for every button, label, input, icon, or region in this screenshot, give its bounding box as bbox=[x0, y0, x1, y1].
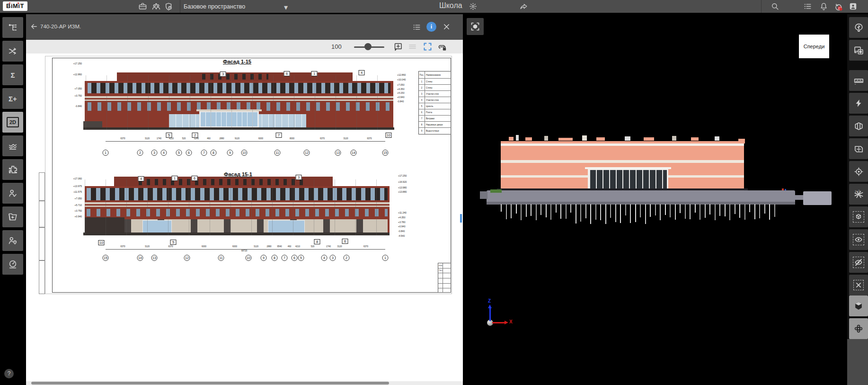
elevation-label: +3.750 bbox=[64, 209, 82, 212]
axis-bubble: 9 bbox=[227, 150, 233, 156]
pile bbox=[660, 204, 661, 220]
bimit-logo[interactable]: BiMiT bbox=[3, 1, 27, 11]
info-icon[interactable]: i bbox=[426, 22, 436, 32]
right-sidebar-environment[interactable] bbox=[849, 17, 868, 38]
left-sidebar-plugins[interactable] bbox=[2, 159, 23, 180]
horizontal-scrollbar[interactable] bbox=[26, 381, 463, 385]
callout-marker: 10 bbox=[386, 133, 392, 138]
elevation-label: +7.050 bbox=[64, 197, 82, 200]
right-sidebar-measure[interactable] bbox=[849, 70, 868, 91]
bell-icon[interactable] bbox=[819, 2, 829, 11]
svg-text:1: 1 bbox=[855, 190, 856, 193]
pile bbox=[640, 204, 641, 217]
left-sidebar-user-location[interactable] bbox=[2, 230, 23, 251]
right-sidebar-deselect[interactable] bbox=[849, 275, 868, 295]
workspace-selector[interactable]: Базовое пространство bbox=[184, 0, 245, 13]
elevation-label: +17.250 bbox=[64, 62, 82, 65]
right-sidebar-capture-view[interactable] bbox=[849, 40, 868, 61]
callout-marker: 8 bbox=[314, 239, 320, 244]
right-sidebar-focus-selection[interactable] bbox=[849, 161, 868, 182]
topbar-divider bbox=[761, 0, 762, 13]
user-profile-icon[interactable] bbox=[849, 2, 858, 11]
doc-2d-icon: 2D bbox=[7, 117, 19, 127]
focus-model-button[interactable] bbox=[467, 18, 484, 35]
logo-dot bbox=[18, 2, 19, 4]
left-sidebar-drawings-2d[interactable]: 2D bbox=[2, 112, 23, 133]
left-sidebar-model-structure[interactable] bbox=[2, 17, 23, 38]
back-icon[interactable] bbox=[30, 22, 38, 31]
pile bbox=[556, 204, 557, 213]
model-part bbox=[558, 138, 573, 141]
add-note-icon[interactable] bbox=[393, 42, 404, 52]
pile bbox=[670, 204, 671, 217]
fit-screen-icon[interactable] bbox=[423, 42, 433, 52]
model-part bbox=[715, 136, 719, 141]
pile bbox=[719, 204, 720, 216]
close-icon[interactable] bbox=[442, 22, 451, 31]
elevation-label: +12.860 bbox=[397, 73, 406, 76]
viewer-3d-panel[interactable]: Спереди ZX bbox=[463, 14, 847, 385]
axis-bubble: 7 bbox=[201, 150, 207, 156]
chevron-down-icon[interactable]: ▾ bbox=[284, 3, 288, 12]
right-sidebar-hide-selected[interactable] bbox=[849, 252, 868, 273]
left-sidebar-dashboard[interactable] bbox=[2, 254, 23, 275]
shield-clock-icon[interactable] bbox=[164, 2, 174, 11]
settings-gear-icon[interactable] bbox=[469, 2, 478, 11]
pile bbox=[595, 204, 596, 220]
sheet-list-icon[interactable] bbox=[412, 23, 422, 32]
link-lock-icon[interactable] bbox=[436, 42, 446, 52]
clear-x-icon bbox=[854, 281, 863, 289]
pile bbox=[709, 204, 710, 215]
callout-marker: 5 bbox=[170, 240, 177, 245]
left-sidebar-approvals[interactable] bbox=[2, 183, 23, 204]
left-sidebar-totals[interactable]: Σ bbox=[2, 64, 23, 85]
model-part bbox=[596, 137, 605, 141]
right-sidebar-section-box[interactable] bbox=[849, 116, 868, 136]
spec-table-row: 4Участки стен bbox=[419, 97, 451, 103]
pile bbox=[754, 204, 755, 219]
users-group-icon[interactable] bbox=[151, 2, 161, 11]
view-orientation-label[interactable]: Спереди bbox=[799, 35, 829, 58]
dim-label: 6000 bbox=[202, 245, 206, 248]
search-icon[interactable] bbox=[771, 2, 780, 11]
briefcase-icon[interactable] bbox=[138, 2, 148, 11]
dim-label: 6370 bbox=[168, 245, 173, 248]
pile bbox=[769, 204, 770, 220]
right-sidebar-show-selected[interactable] bbox=[849, 229, 868, 250]
top-bar: BiMiT Базовое пространство ▾ Школа 10+ bbox=[0, 0, 868, 13]
right-sidebar-clip-plane[interactable] bbox=[849, 138, 868, 159]
left-sidebar-connections[interactable] bbox=[2, 41, 23, 62]
axis-bubble: 3 bbox=[151, 150, 158, 156]
left-sidebar-charts[interactable] bbox=[2, 135, 23, 156]
elevation-label: +4.350 bbox=[397, 88, 404, 90]
left-sidebar-totals-add[interactable]: Σ+ bbox=[2, 88, 23, 109]
spec-table-row: 1Стены bbox=[419, 79, 451, 85]
horizontal-scrollbar-thumb[interactable] bbox=[31, 382, 389, 385]
topbar-divider bbox=[180, 0, 180, 13]
pile bbox=[725, 204, 726, 216]
history-clock-icon[interactable] bbox=[834, 2, 843, 11]
help-button[interactable]: ? bbox=[4, 369, 14, 378]
axis-bubble: 12 bbox=[184, 255, 190, 261]
right-sidebar-orbit-mode[interactable] bbox=[849, 318, 868, 339]
right-sidebar-quick-actions[interactable] bbox=[849, 93, 868, 114]
model-part bbox=[625, 136, 630, 141]
drawing-viewport[interactable]: Фасад 1-15361452710123456789101112131415… bbox=[26, 54, 463, 381]
axis-bubble: 8 bbox=[272, 255, 278, 261]
right-sidebar-grids-axes[interactable]: 12 bbox=[849, 184, 868, 205]
list-menu-icon[interactable] bbox=[803, 2, 813, 11]
model-part bbox=[644, 137, 654, 141]
callout-marker: 6 bbox=[284, 71, 290, 76]
zoom-slider-thumb[interactable] bbox=[364, 43, 372, 50]
model-part bbox=[672, 136, 676, 141]
right-sidebar-select-box[interactable] bbox=[849, 206, 868, 227]
dim-label: 4210 bbox=[295, 245, 300, 248]
left-sidebar-export-folder[interactable] bbox=[2, 206, 23, 227]
vertical-scrollbar-thumb[interactable] bbox=[460, 214, 462, 223]
facade-title: Фасад 15-1 bbox=[205, 171, 271, 177]
elevation-label: +13.980 bbox=[398, 186, 407, 189]
share-icon[interactable] bbox=[519, 2, 529, 11]
right-sidebar-solid-view[interactable] bbox=[849, 295, 868, 316]
axis-bubble: 13 bbox=[335, 150, 341, 156]
spec-table-row: 2Стены bbox=[419, 85, 451, 91]
